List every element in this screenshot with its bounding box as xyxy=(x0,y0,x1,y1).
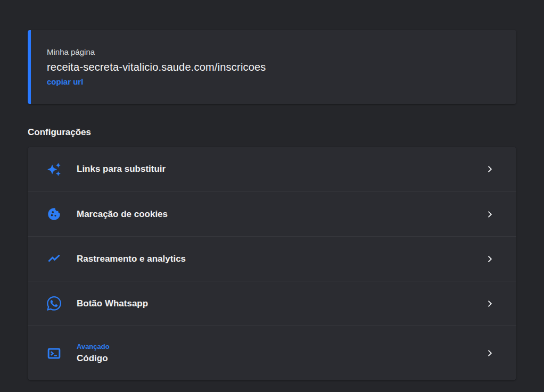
cookie-icon xyxy=(47,207,61,221)
settings-item-label: Marcação de cookies xyxy=(77,209,168,220)
my-page-label: Minha página xyxy=(47,47,516,57)
terminal-icon xyxy=(47,346,61,361)
my-page-card: Minha página receita-secreta-vitalicio.s… xyxy=(28,30,516,104)
page-container: Minha página receita-secreta-vitalicio.s… xyxy=(0,30,544,380)
chevron-right-icon xyxy=(484,209,495,220)
line-chart-icon xyxy=(47,252,61,266)
settings-heading: Configurações xyxy=(28,127,516,138)
sparkles-icon xyxy=(47,162,61,177)
settings-item-analytics[interactable]: Rastreamento e analytics xyxy=(28,236,516,281)
settings-item-label: Código xyxy=(77,353,110,364)
page-url: receita-secreta-vitalicio.saude.com/insc… xyxy=(47,61,516,73)
copy-url-link[interactable]: copiar url xyxy=(47,77,83,87)
settings-item-label: Links para substituir xyxy=(77,164,166,174)
settings-item-label: Botão Whatsapp xyxy=(77,298,148,309)
chevron-right-icon xyxy=(484,164,495,174)
settings-item-label: Rastreamento e analytics xyxy=(77,254,186,264)
advanced-badge: Avançado xyxy=(77,343,110,351)
settings-item-whatsapp[interactable]: Botão Whatsapp xyxy=(28,281,516,326)
settings-item-cookies[interactable]: Marcação de cookies xyxy=(28,191,516,236)
whatsapp-icon xyxy=(47,296,61,311)
settings-item-codigo[interactable]: Avançado Código xyxy=(28,326,516,380)
chevron-right-icon xyxy=(484,348,495,358)
settings-item-links-substituir[interactable]: Links para substituir xyxy=(28,147,516,191)
chevron-right-icon xyxy=(484,298,495,309)
settings-list: Links para substituir Marcação de cookie… xyxy=(28,147,516,380)
chevron-right-icon xyxy=(484,254,495,264)
